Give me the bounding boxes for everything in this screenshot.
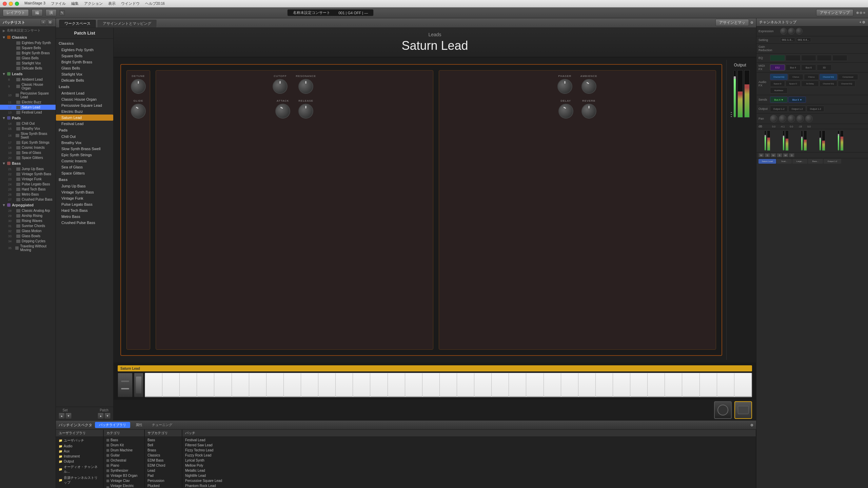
white-key[interactable] <box>336 373 353 397</box>
menu-view[interactable]: 表示 <box>108 1 116 6</box>
ch-fader-4[interactable] <box>837 130 844 151</box>
ch-fader-track-3[interactable] <box>819 130 821 151</box>
pitch-bend-left[interactable] <box>118 373 133 397</box>
white-key[interactable] <box>457 373 474 397</box>
patch-item[interactable]: 27 Crushed Pulse Bass <box>0 197 56 202</box>
lib-subcategory-item[interactable]: Bass <box>145 438 182 443</box>
white-key[interactable] <box>440 373 457 397</box>
output-fader-track[interactable] <box>733 70 736 118</box>
set-prev-button[interactable]: ▲ <box>59 413 65 419</box>
white-key[interactable] <box>197 373 214 397</box>
ch-fader-handle-4[interactable] <box>838 134 840 136</box>
expression-pedal[interactable] <box>734 401 752 419</box>
plist-item[interactable]: Square Bells <box>56 53 113 59</box>
tab-assignment[interactable]: アサインメントとマッピング <box>97 19 157 27</box>
patch-item[interactable]: 31 Sunrise Chords <box>0 223 56 228</box>
menu-help[interactable]: ヘルプ <box>145 1 156 6</box>
lib-item[interactable]: 📁 Audio <box>56 444 103 449</box>
white-key[interactable] <box>526 373 544 397</box>
white-key[interactable] <box>180 373 197 397</box>
plist-item[interactable]: Epic Synth Strings <box>56 152 113 158</box>
white-key[interactable] <box>145 373 162 397</box>
lib-category-item[interactable]: Piano <box>104 463 144 468</box>
patch-item[interactable]: 18 Cosmic Insects <box>0 145 56 150</box>
patch-item[interactable]: 32 Glass Motion <box>0 228 56 233</box>
white-key[interactable] <box>267 373 284 397</box>
expression-knob-1[interactable] <box>780 28 787 35</box>
output-cell-3[interactable]: Output 1-2 <box>807 106 824 112</box>
plist-item[interactable]: Sea of Glass <box>56 164 113 170</box>
output-cell-1[interactable]: Output 1-2 <box>770 106 788 112</box>
white-key[interactable] <box>561 373 578 397</box>
midi-fx-bus4[interactable]: Bus 4 <box>786 64 801 70</box>
plist-item[interactable]: Vintage Synth Bass <box>56 189 113 195</box>
plist-item[interactable]: Breathy Vox <box>56 140 113 146</box>
white-key[interactable] <box>700 373 717 397</box>
set-next-button[interactable]: ▼ <box>65 413 72 419</box>
mute-btn-1[interactable]: M <box>758 153 764 157</box>
eq-cell-3[interactable] <box>801 55 816 61</box>
eq-cell-2[interactable] <box>786 55 801 61</box>
lib-item[interactable]: 📁 オーディオ・チャンネル... <box>56 464 103 475</box>
plist-item[interactable]: Pulse Legato Bass <box>56 201 113 207</box>
ch-fader-track-1[interactable] <box>783 130 785 151</box>
lib-patch-item[interactable]: Fizzy Techno Lead <box>182 448 756 453</box>
plist-item[interactable]: Classic House Organ <box>56 96 113 102</box>
plist-item[interactable]: Slow Synth Brass Swell <box>56 146 113 152</box>
audio-fx-space-d[interactable]: Space D <box>770 81 785 87</box>
menu-window[interactable]: ウインドウ <box>121 1 140 6</box>
assign-map-button[interactable]: アサインとマップ <box>816 9 853 16</box>
patch-item[interactable]: 8 Ambient Lead <box>0 77 56 82</box>
patch-item[interactable]: 24 Pulse Legato Bass <box>0 182 56 187</box>
eq-cell-1[interactable] <box>770 55 785 61</box>
white-key[interactable] <box>249 373 267 397</box>
lib-patch-item[interactable]: Metallic Lead <box>182 468 756 473</box>
lib-category-item[interactable]: Vintage Electric Piano <box>104 483 144 488</box>
lib-patch-item[interactable]: Mellow Poly <box>182 463 756 468</box>
lib-subcategory-item[interactable]: EDM Bass <box>145 458 182 463</box>
audio-fx-channel-eq-2[interactable]: Channel EQ <box>820 74 837 80</box>
patch-item[interactable]: 11 Electric Buzz <box>0 100 56 105</box>
patch-item[interactable]: 26 Metro Bass <box>0 192 56 197</box>
sustain-pedal[interactable] <box>714 401 732 419</box>
lib-item[interactable]: 📁 Output <box>56 459 103 464</box>
lib-patch-item[interactable]: Phantom Rock Lead <box>182 483 756 488</box>
audio-fx-mult-meter[interactable]: MultMeter <box>770 87 788 94</box>
tab-workspace[interactable]: ワークスペース <box>59 19 96 27</box>
pencil-icon[interactable]: ✎ <box>59 10 65 16</box>
audio-fx-st-delay[interactable]: St-Delay <box>801 81 819 87</box>
solo-btn-3[interactable]: S <box>789 153 794 157</box>
ch-fader-1[interactable] <box>783 130 789 151</box>
plist-item[interactable]: Space Glitters <box>56 170 113 176</box>
patch-item[interactable]: Bright Synth Brass <box>0 50 56 56</box>
white-key[interactable] <box>734 373 752 397</box>
lib-category-item[interactable]: Drum Kit <box>104 443 144 448</box>
lib-subcategory-item[interactable]: Plucked <box>145 483 182 488</box>
eq-cell-5[interactable] <box>832 55 847 61</box>
expression-knob-3[interactable] <box>796 28 803 35</box>
patch-item[interactable]: Glass Bells <box>0 56 56 61</box>
lib-category-item[interactable]: Synthesizer <box>104 468 144 473</box>
lib-category-item[interactable]: Vintage B3 Organ <box>104 473 144 478</box>
plist-item[interactable]: Percussive Square Lead <box>56 102 113 108</box>
release-knob[interactable] <box>298 104 313 119</box>
cutoff-knob[interactable] <box>273 79 288 94</box>
white-key[interactable] <box>544 373 561 397</box>
solo-btn-2[interactable]: S <box>777 153 782 157</box>
lib-item[interactable]: 📁 ユーザパッチ <box>56 438 103 444</box>
window-controls[interactable] <box>3 2 19 6</box>
white-key[interactable] <box>578 373 596 397</box>
patch-item[interactable]: Delicate Bells <box>0 66 56 71</box>
send-blue6[interactable]: Blue 6 ▼ <box>788 97 806 103</box>
plist-item[interactable]: Crushed Pulse Bass <box>56 220 113 226</box>
lib-patch-item[interactable]: Festival Lead <box>182 438 756 443</box>
plist-item[interactable]: Chill Out <box>56 134 113 140</box>
bottom-options-icon[interactable]: ⚙ <box>750 423 753 427</box>
layout-button[interactable]: レイアウト <box>3 9 29 16</box>
lib-item[interactable]: 📁 音源チャンネルストリップ <box>56 475 103 486</box>
patch-item[interactable]: 19 Sea of Glass <box>0 150 56 155</box>
white-key[interactable] <box>630 373 648 397</box>
ch-fader-0[interactable] <box>764 130 770 151</box>
patch-item[interactable]: 28 Classic Analog Arp <box>0 208 56 213</box>
patch-item[interactable]: 12 Saturn Lead <box>0 105 56 110</box>
